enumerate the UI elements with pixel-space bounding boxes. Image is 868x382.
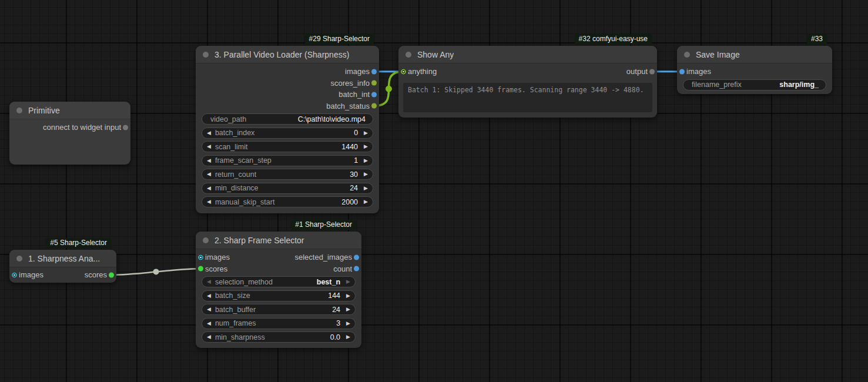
node-header[interactable]: 1. Sharpness Ana... [9,250,116,267]
collapse-dot-icon[interactable] [16,108,22,113]
widget-label: batch_size [215,291,328,300]
output-label: batch_status [326,102,370,110]
decrement-icon[interactable]: ◀ [207,334,211,340]
increment-icon[interactable]: ▶ [364,186,368,191]
widget-video-path[interactable]: video_path C:\path\to\video.mp4 [202,113,373,125]
widget-value: C:\path\to\video.mp4 [298,115,366,123]
input-socket-images[interactable] [198,254,203,260]
slot-row: batch_int [196,89,379,100]
output-label: scores_info [331,79,370,88]
slot-row: connect to widget input [9,122,130,133]
link-midpoint-dot[interactable] [153,269,159,274]
slot-row: images selected_images [196,252,361,263]
link-midpoint-dot[interactable] [386,86,392,92]
collapse-dot-icon[interactable] [684,52,690,58]
widget-label: video_path [210,115,298,123]
node-id-badge: #33 [806,34,827,44]
output-socket-batch-status[interactable] [371,103,377,109]
output-label: selected_images [294,253,352,262]
increment-icon[interactable]: ▶ [346,293,350,299]
widget-num-frames[interactable]: ◀ num_frames 3 ▶ [202,318,356,329]
node-header[interactable]: 3. Parallel Video Loader (Sharpness) [196,46,379,63]
node-header[interactable]: Show Any [398,46,657,63]
increment-icon[interactable]: ▶ [364,158,368,163]
node-title: 2. Sharp Frame Selector [215,236,304,245]
widget-frame-scan-step[interactable]: ◀ frame_scan_step 1 ▶ [202,155,373,166]
increment-icon[interactable]: ▶ [346,334,350,340]
output-socket-selected-images[interactable] [354,254,359,260]
node-title: 3. Parallel Video Loader (Sharpness) [215,50,349,59]
widget-label: min_sharpness [215,333,330,341]
decrement-icon[interactable]: ◀ [207,186,211,191]
decrement-icon[interactable]: ◀ [207,130,211,136]
input-socket-images[interactable] [12,272,17,277]
node-id-badge: #32 comfyui-easy-use [574,34,652,44]
collapse-dot-icon[interactable] [16,256,22,262]
node-parallel-video-loader[interactable]: #29 Sharp-Selector 3. Parallel Video Loa… [196,46,379,213]
decrement-icon[interactable]: ◀ [207,144,211,149]
widget-batch-buffer[interactable]: ◀ batch_buffer 24 ▶ [202,304,356,315]
output-socket-count[interactable] [354,266,359,272]
widget-scan-limit[interactable]: ◀ scan_limit 1440 ▶ [202,141,373,152]
node-header[interactable]: Primitive [9,102,130,119]
decrement-icon[interactable]: ◀ [207,279,211,284]
widget-min-distance[interactable]: ◀ min_distance 24 ▶ [202,183,373,194]
widget-value: 3 [336,319,340,327]
increment-icon[interactable]: ▶ [364,172,368,177]
decrement-icon[interactable]: ◀ [207,172,211,177]
node-graph-canvas[interactable]: Primitive connect to widget input #29 Sh… [0,0,868,382]
widget-label: batch_index [215,129,354,137]
output-label: batch_int [339,90,370,99]
widget-manual-skip-start[interactable]: ◀ manual_skip_start 2000 ▶ [202,196,373,207]
widget-label: scan_limit [215,143,341,151]
output-socket-output[interactable] [649,69,655,74]
widget-return-count[interactable]: ◀ return_count 30 ▶ [202,169,373,180]
slot-row: images scores [9,269,116,281]
widget-batch-index[interactable]: ◀ batch_index 0 ▶ [202,128,373,139]
collapse-dot-icon[interactable] [405,52,411,58]
increment-icon[interactable]: ▶ [346,307,350,312]
decrement-icon[interactable]: ◀ [207,321,211,326]
input-socket-anything[interactable] [401,69,406,74]
increment-icon[interactable]: ▶ [346,279,350,284]
display-text: Batch 1: Skipped 3440 frames. Scanning r… [403,83,652,112]
input-label: images [19,270,43,279]
output-socket-scores[interactable] [109,272,114,277]
node-id-badge: #5 Sharp-Selector [45,238,112,248]
output-socket-batch-int[interactable] [371,92,377,97]
widget-selection-method[interactable]: ◀ selection_method best_n ▶ [202,276,356,287]
output-socket-images[interactable] [371,69,377,74]
increment-icon[interactable]: ▶ [364,130,368,136]
increment-icon[interactable]: ▶ [364,144,368,149]
widget-label: return_count [215,170,350,179]
input-socket-images[interactable] [679,69,685,74]
decrement-icon[interactable]: ◀ [207,293,211,299]
widget-batch-size[interactable]: ◀ batch_size 144 ▶ [202,290,356,301]
node-save-image[interactable]: #33 Save Image images filename_prefix sh… [677,46,832,94]
output-socket-connect-to-widget-input[interactable] [123,125,128,130]
input-label: scores [205,264,227,273]
node-header[interactable]: 2. Sharp Frame Selector [196,232,361,249]
widget-min-sharpness[interactable]: ◀ min_sharpness 0.0 ▶ [202,331,356,343]
input-socket-scores[interactable] [198,266,203,272]
collapse-dot-icon[interactable] [203,52,209,58]
widget-value: 24 [332,306,340,314]
widget-value: 2000 [341,198,358,206]
node-title: Show Any [417,50,454,59]
decrement-icon[interactable]: ◀ [207,158,211,163]
output-socket-scores-info[interactable] [371,81,377,86]
node-header[interactable]: Save Image [677,46,832,63]
node-sharp-frame-selector[interactable]: #1 Sharp-Selector 2. Sharp Frame Selecto… [196,232,361,348]
collapse-dot-icon[interactable] [203,237,209,243]
decrement-icon[interactable]: ◀ [207,199,211,205]
increment-icon[interactable]: ▶ [346,321,350,326]
widget-label: selection_method [215,278,317,286]
node-sharpness-analyzer[interactable]: #5 Sharp-Selector 1. Sharpness Ana... im… [9,250,116,283]
node-show-any[interactable]: #32 comfyui-easy-use Show Any anything o… [398,46,657,118]
node-id-badge: #1 Sharp-Selector [290,220,357,230]
decrement-icon[interactable]: ◀ [207,307,211,312]
increment-icon[interactable]: ▶ [364,199,368,205]
widget-label: filename_prefix [692,81,779,89]
node-primitive[interactable]: Primitive connect to widget input [9,102,130,165]
widget-filename-prefix[interactable]: filename_prefix sharp/img_ [683,79,826,91]
